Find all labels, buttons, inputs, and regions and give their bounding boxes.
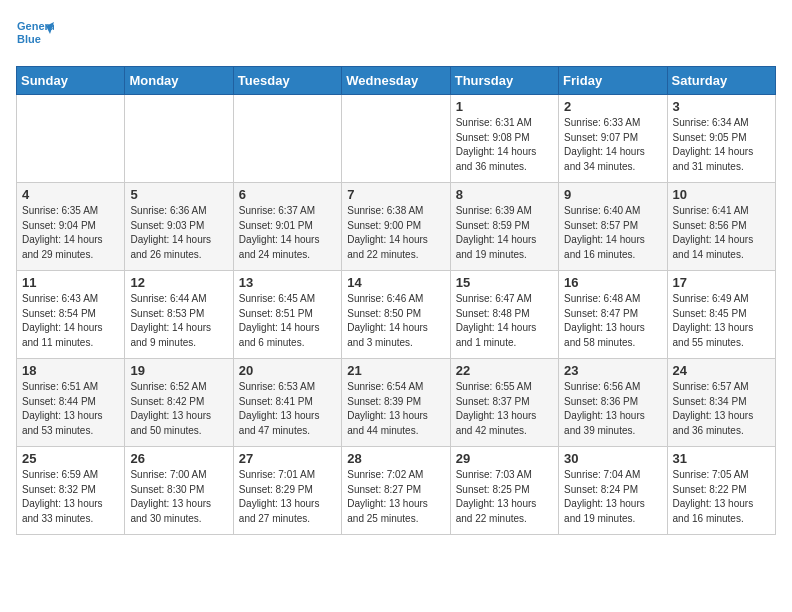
day-cell: 21Sunrise: 6:54 AM Sunset: 8:39 PM Dayli…	[342, 359, 450, 447]
calendar-header: SundayMondayTuesdayWednesdayThursdayFrid…	[17, 67, 776, 95]
week-row-4: 18Sunrise: 6:51 AM Sunset: 8:44 PM Dayli…	[17, 359, 776, 447]
day-number: 31	[673, 451, 770, 466]
day-info: Sunrise: 6:45 AM Sunset: 8:51 PM Dayligh…	[239, 292, 336, 350]
day-info: Sunrise: 6:39 AM Sunset: 8:59 PM Dayligh…	[456, 204, 553, 262]
week-row-5: 25Sunrise: 6:59 AM Sunset: 8:32 PM Dayli…	[17, 447, 776, 535]
day-info: Sunrise: 7:03 AM Sunset: 8:25 PM Dayligh…	[456, 468, 553, 526]
day-info: Sunrise: 6:56 AM Sunset: 8:36 PM Dayligh…	[564, 380, 661, 438]
day-number: 19	[130, 363, 227, 378]
day-number: 25	[22, 451, 119, 466]
day-info: Sunrise: 7:00 AM Sunset: 8:30 PM Dayligh…	[130, 468, 227, 526]
day-cell: 30Sunrise: 7:04 AM Sunset: 8:24 PM Dayli…	[559, 447, 667, 535]
day-cell: 18Sunrise: 6:51 AM Sunset: 8:44 PM Dayli…	[17, 359, 125, 447]
day-cell: 25Sunrise: 6:59 AM Sunset: 8:32 PM Dayli…	[17, 447, 125, 535]
day-info: Sunrise: 6:51 AM Sunset: 8:44 PM Dayligh…	[22, 380, 119, 438]
day-info: Sunrise: 6:46 AM Sunset: 8:50 PM Dayligh…	[347, 292, 444, 350]
day-cell: 3Sunrise: 6:34 AM Sunset: 9:05 PM Daylig…	[667, 95, 775, 183]
day-info: Sunrise: 6:52 AM Sunset: 8:42 PM Dayligh…	[130, 380, 227, 438]
day-info: Sunrise: 6:57 AM Sunset: 8:34 PM Dayligh…	[673, 380, 770, 438]
week-row-2: 4Sunrise: 6:35 AM Sunset: 9:04 PM Daylig…	[17, 183, 776, 271]
col-header-saturday: Saturday	[667, 67, 775, 95]
col-header-tuesday: Tuesday	[233, 67, 341, 95]
day-cell: 11Sunrise: 6:43 AM Sunset: 8:54 PM Dayli…	[17, 271, 125, 359]
day-cell: 16Sunrise: 6:48 AM Sunset: 8:47 PM Dayli…	[559, 271, 667, 359]
day-cell: 19Sunrise: 6:52 AM Sunset: 8:42 PM Dayli…	[125, 359, 233, 447]
day-cell: 2Sunrise: 6:33 AM Sunset: 9:07 PM Daylig…	[559, 95, 667, 183]
day-number: 18	[22, 363, 119, 378]
day-info: Sunrise: 7:04 AM Sunset: 8:24 PM Dayligh…	[564, 468, 661, 526]
day-info: Sunrise: 6:55 AM Sunset: 8:37 PM Dayligh…	[456, 380, 553, 438]
day-cell: 1Sunrise: 6:31 AM Sunset: 9:08 PM Daylig…	[450, 95, 558, 183]
svg-text:Blue: Blue	[17, 33, 41, 45]
page-header: General Blue	[16, 16, 776, 54]
col-header-sunday: Sunday	[17, 67, 125, 95]
day-info: Sunrise: 6:44 AM Sunset: 8:53 PM Dayligh…	[130, 292, 227, 350]
day-cell: 7Sunrise: 6:38 AM Sunset: 9:00 PM Daylig…	[342, 183, 450, 271]
day-number: 9	[564, 187, 661, 202]
day-cell: 10Sunrise: 6:41 AM Sunset: 8:56 PM Dayli…	[667, 183, 775, 271]
day-info: Sunrise: 6:49 AM Sunset: 8:45 PM Dayligh…	[673, 292, 770, 350]
day-number: 15	[456, 275, 553, 290]
calendar-table: SundayMondayTuesdayWednesdayThursdayFrid…	[16, 66, 776, 535]
day-cell: 6Sunrise: 6:37 AM Sunset: 9:01 PM Daylig…	[233, 183, 341, 271]
day-cell	[342, 95, 450, 183]
day-cell: 26Sunrise: 7:00 AM Sunset: 8:30 PM Dayli…	[125, 447, 233, 535]
day-cell: 20Sunrise: 6:53 AM Sunset: 8:41 PM Dayli…	[233, 359, 341, 447]
day-cell: 13Sunrise: 6:45 AM Sunset: 8:51 PM Dayli…	[233, 271, 341, 359]
day-info: Sunrise: 6:31 AM Sunset: 9:08 PM Dayligh…	[456, 116, 553, 174]
day-info: Sunrise: 6:33 AM Sunset: 9:07 PM Dayligh…	[564, 116, 661, 174]
day-cell	[17, 95, 125, 183]
day-cell: 29Sunrise: 7:03 AM Sunset: 8:25 PM Dayli…	[450, 447, 558, 535]
day-number: 5	[130, 187, 227, 202]
week-row-3: 11Sunrise: 6:43 AM Sunset: 8:54 PM Dayli…	[17, 271, 776, 359]
day-info: Sunrise: 6:38 AM Sunset: 9:00 PM Dayligh…	[347, 204, 444, 262]
day-cell: 8Sunrise: 6:39 AM Sunset: 8:59 PM Daylig…	[450, 183, 558, 271]
day-cell: 24Sunrise: 6:57 AM Sunset: 8:34 PM Dayli…	[667, 359, 775, 447]
day-number: 10	[673, 187, 770, 202]
day-cell: 31Sunrise: 7:05 AM Sunset: 8:22 PM Dayli…	[667, 447, 775, 535]
day-cell: 9Sunrise: 6:40 AM Sunset: 8:57 PM Daylig…	[559, 183, 667, 271]
day-cell: 27Sunrise: 7:01 AM Sunset: 8:29 PM Dayli…	[233, 447, 341, 535]
day-number: 26	[130, 451, 227, 466]
day-number: 2	[564, 99, 661, 114]
day-number: 4	[22, 187, 119, 202]
day-info: Sunrise: 6:36 AM Sunset: 9:03 PM Dayligh…	[130, 204, 227, 262]
day-cell: 22Sunrise: 6:55 AM Sunset: 8:37 PM Dayli…	[450, 359, 558, 447]
day-cell: 17Sunrise: 6:49 AM Sunset: 8:45 PM Dayli…	[667, 271, 775, 359]
day-number: 14	[347, 275, 444, 290]
day-number: 6	[239, 187, 336, 202]
day-info: Sunrise: 6:53 AM Sunset: 8:41 PM Dayligh…	[239, 380, 336, 438]
day-cell: 4Sunrise: 6:35 AM Sunset: 9:04 PM Daylig…	[17, 183, 125, 271]
logo-icon: General Blue	[16, 16, 54, 54]
day-cell: 12Sunrise: 6:44 AM Sunset: 8:53 PM Dayli…	[125, 271, 233, 359]
day-info: Sunrise: 6:59 AM Sunset: 8:32 PM Dayligh…	[22, 468, 119, 526]
day-number: 16	[564, 275, 661, 290]
day-number: 28	[347, 451, 444, 466]
day-number: 8	[456, 187, 553, 202]
day-number: 21	[347, 363, 444, 378]
day-number: 20	[239, 363, 336, 378]
col-header-thursday: Thursday	[450, 67, 558, 95]
day-info: Sunrise: 7:01 AM Sunset: 8:29 PM Dayligh…	[239, 468, 336, 526]
day-info: Sunrise: 6:47 AM Sunset: 8:48 PM Dayligh…	[456, 292, 553, 350]
day-number: 11	[22, 275, 119, 290]
day-number: 3	[673, 99, 770, 114]
day-info: Sunrise: 6:43 AM Sunset: 8:54 PM Dayligh…	[22, 292, 119, 350]
day-info: Sunrise: 6:40 AM Sunset: 8:57 PM Dayligh…	[564, 204, 661, 262]
day-info: Sunrise: 6:34 AM Sunset: 9:05 PM Dayligh…	[673, 116, 770, 174]
day-number: 27	[239, 451, 336, 466]
col-header-monday: Monday	[125, 67, 233, 95]
day-number: 29	[456, 451, 553, 466]
day-number: 30	[564, 451, 661, 466]
day-number: 22	[456, 363, 553, 378]
day-info: Sunrise: 6:41 AM Sunset: 8:56 PM Dayligh…	[673, 204, 770, 262]
logo-block: General Blue	[16, 16, 54, 54]
day-number: 23	[564, 363, 661, 378]
day-cell	[125, 95, 233, 183]
logo: General Blue	[16, 16, 54, 54]
day-info: Sunrise: 6:35 AM Sunset: 9:04 PM Dayligh…	[22, 204, 119, 262]
day-info: Sunrise: 6:48 AM Sunset: 8:47 PM Dayligh…	[564, 292, 661, 350]
day-number: 7	[347, 187, 444, 202]
day-number: 12	[130, 275, 227, 290]
day-cell: 5Sunrise: 6:36 AM Sunset: 9:03 PM Daylig…	[125, 183, 233, 271]
